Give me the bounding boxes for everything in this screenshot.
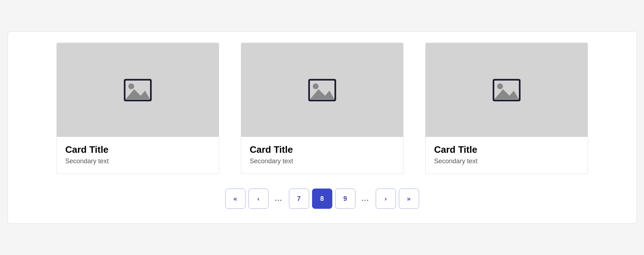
page-8-button[interactable]: 8 xyxy=(312,189,332,209)
card-3-secondary: Secondary text xyxy=(434,157,579,165)
card-1-body: Card Title Secondary text xyxy=(57,137,219,174)
cards-row: Card Title Secondary text Card Title Sec… xyxy=(56,43,588,174)
card-3: Card Title Secondary text xyxy=(425,43,588,174)
image-placeholder-icon xyxy=(123,78,152,102)
card-3-image xyxy=(426,43,588,137)
card-1: Card Title Secondary text xyxy=(56,43,219,174)
svg-point-6 xyxy=(313,83,319,89)
prev-page-button[interactable]: ‹ xyxy=(248,189,269,209)
ellipsis-right: ... xyxy=(358,189,373,209)
svg-point-2 xyxy=(128,83,134,89)
card-3-body: Card Title Secondary text xyxy=(426,137,588,174)
svg-point-10 xyxy=(497,83,503,89)
last-page-button[interactable]: » xyxy=(399,189,419,209)
first-page-button[interactable]: « xyxy=(225,189,246,209)
pagination: « ‹ ... 7 8 9 ... › » xyxy=(225,189,419,209)
page-7-button[interactable]: 7 xyxy=(289,189,309,209)
page-9-button[interactable]: 9 xyxy=(335,189,355,209)
card-2-secondary: Secondary text xyxy=(250,157,394,165)
card-2-image xyxy=(241,43,403,137)
page-container: Card Title Secondary text Card Title Sec… xyxy=(8,31,637,224)
card-1-secondary: Secondary text xyxy=(65,157,210,165)
next-page-button[interactable]: › xyxy=(376,189,396,209)
image-placeholder-icon xyxy=(492,78,521,102)
card-3-title: Card Title xyxy=(434,144,579,155)
card-1-image xyxy=(57,43,219,137)
card-2: Card Title Secondary text xyxy=(241,43,404,174)
ellipsis-left: ... xyxy=(272,189,286,209)
card-2-body: Card Title Secondary text xyxy=(241,137,403,174)
card-1-title: Card Title xyxy=(65,144,210,155)
card-2-title: Card Title xyxy=(250,144,394,155)
image-placeholder-icon xyxy=(308,78,337,102)
